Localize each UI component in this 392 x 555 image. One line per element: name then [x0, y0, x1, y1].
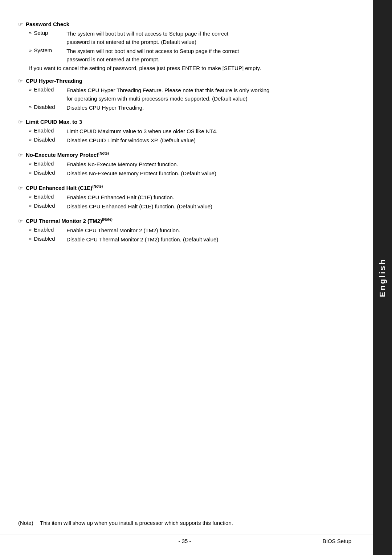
- section-title-cpu-hyper: CPU Hyper-Threading: [26, 78, 82, 84]
- item-desc-cpuid-enabled: Limit CPUID Maximum value to 3 when use …: [66, 127, 217, 136]
- item-row-c1e-disabled: » Disabled Disables CPU Enhanced Halt (C…: [18, 203, 351, 211]
- item-label-c1e-enabled: Enabled: [34, 193, 66, 202]
- arrow-icon-c1e-enabled: »: [29, 194, 32, 202]
- arrow-icon-hyper-disabled: »: [29, 104, 32, 112]
- item-label-c1e-disabled: Disabled: [34, 203, 66, 211]
- section-title-password-check: Password Check: [26, 21, 69, 27]
- item-label-tm2-enabled: Enabled: [34, 227, 66, 235]
- item-desc-c1e-disabled: Disables CPU Enhanced Halt (C1E) functio…: [66, 203, 212, 211]
- side-tab-label: English: [378, 258, 387, 297]
- bottom-note-label: (Note): [18, 520, 40, 526]
- item-row-cpuid-disabled: » Disabled Disables CPUID Limit for wind…: [18, 136, 351, 145]
- arrow-icon-cpuid-enabled: »: [29, 128, 32, 136]
- item-desc-noexec-enabled: Enables No-Execute Memory Protect functi…: [66, 160, 178, 169]
- item-label-hyper-disabled: Disabled: [34, 104, 66, 112]
- superscript-no-execute: (Note): [98, 151, 109, 155]
- section-title-limit-cpuid: Limit CPUID Max. to 3: [26, 119, 82, 125]
- side-tab: English: [373, 0, 392, 555]
- item-label-noexec-disabled: Disabled: [34, 170, 66, 178]
- item-row-setup: » Setup The system will boot but will no…: [18, 30, 351, 46]
- cursor-icon-no-execute: ☞: [18, 152, 23, 158]
- item-label-noexec-enabled: Enabled: [34, 160, 66, 169]
- section-title-cpu-enhanced-halt: CPU Enhanced Halt (C1E)(Note): [26, 184, 103, 191]
- arrow-icon-tm2-enabled: »: [29, 227, 32, 235]
- arrow-icon-setup: »: [29, 30, 32, 46]
- section-cpu-enhanced-halt: ☞ CPU Enhanced Halt (C1E)(Note) » Enable…: [18, 184, 351, 211]
- item-label-cpuid-disabled: Disabled: [34, 136, 66, 145]
- item-row-system: » System The system will not boot and wi…: [18, 47, 351, 64]
- footer: - 35 - BIOS Setup: [0, 535, 373, 544]
- item-desc-hyper-enabled: Enables CPU Hyper Threading Feature. Ple…: [66, 86, 269, 103]
- cursor-icon-cpu-thermal: ☞: [18, 218, 23, 224]
- item-desc-setup: The system will boot but will not access…: [66, 30, 228, 46]
- item-row-tm2-enabled: » Enabled Enable CPU Thermal Monitor 2 (…: [18, 227, 351, 235]
- cursor-icon-password-check: ☞: [18, 21, 23, 28]
- item-row-noexec-disabled: » Disabled Disables No-Execute Memory Pr…: [18, 170, 351, 178]
- item-row-tm2-disabled: » Disabled Disable CPU Thermal Monitor 2…: [18, 236, 351, 244]
- item-label-setup: Setup: [34, 30, 66, 46]
- section-heading-cpu-thermal-monitor: ☞ CPU Thermal Monitor 2 (TM2)(Note): [18, 217, 351, 224]
- bottom-note-text: This item will show up when you install …: [40, 520, 233, 526]
- item-label-cpuid-enabled: Enabled: [34, 127, 66, 136]
- arrow-icon-c1e-disabled: »: [29, 203, 32, 211]
- section-heading-password-check: ☞ Password Check: [18, 21, 351, 28]
- section-title-cpu-thermal: CPU Thermal Monitor 2 (TM2)(Note): [26, 217, 113, 224]
- footer-bios-setup-label: BIOS Setup: [308, 538, 351, 544]
- bottom-note: (Note) This item will show up when you i…: [18, 520, 370, 526]
- item-desc-cpuid-disabled: Disables CPUID Limit for windows XP. (De…: [66, 136, 196, 145]
- page-container: English ☞ Password Check » Setup The sys…: [0, 0, 392, 555]
- item-row-c1e-enabled: » Enabled Enables CPU Enhanced Halt (C1E…: [18, 193, 351, 202]
- item-label-hyper-enabled: Enabled: [34, 86, 66, 103]
- section-limit-cpuid: ☞ Limit CPUID Max. to 3 » Enabled Limit …: [18, 119, 351, 145]
- arrow-icon-system: »: [29, 48, 32, 64]
- superscript-c1e: (Note): [92, 184, 103, 188]
- section-heading-cpu-enhanced-halt: ☞ CPU Enhanced Halt (C1E)(Note): [18, 184, 351, 191]
- item-row-hyper-enabled: » Enabled Enables CPU Hyper Threading Fe…: [18, 86, 351, 103]
- section-title-no-execute: No-Execute Memory Protect(Note): [26, 151, 109, 158]
- password-check-note: If you want to cancel the setting of pas…: [18, 65, 351, 71]
- footer-page-number: - 35 -: [62, 538, 308, 544]
- arrow-icon-noexec-enabled: »: [29, 161, 32, 169]
- item-row-hyper-disabled: » Disabled Disables CPU Hyper Threading.: [18, 104, 351, 112]
- item-row-cpuid-enabled: » Enabled Limit CPUID Maximum value to 3…: [18, 127, 351, 136]
- cursor-icon-cpu-hyper: ☞: [18, 78, 23, 84]
- item-desc-tm2-enabled: Enable CPU Thermal Monitor 2 (TM2) funct…: [66, 227, 180, 235]
- item-desc-system: The system will not boot and will not ac…: [66, 47, 239, 64]
- cursor-icon-limit-cpuid: ☞: [18, 119, 23, 125]
- section-cpu-thermal-monitor: ☞ CPU Thermal Monitor 2 (TM2)(Note) » En…: [18, 217, 351, 244]
- item-label-system: System: [34, 47, 66, 64]
- item-desc-c1e-enabled: Enables CPU Enhanced Halt (C1E) function…: [66, 193, 174, 202]
- superscript-tm2: (Note): [102, 217, 113, 221]
- cursor-icon-cpu-enhanced-halt: ☞: [18, 185, 23, 191]
- arrow-icon-hyper-enabled: »: [29, 87, 32, 103]
- arrow-icon-tm2-disabled: »: [29, 236, 32, 244]
- arrow-icon-cpuid-disabled: »: [29, 137, 32, 145]
- section-password-check: ☞ Password Check » Setup The system will…: [18, 21, 351, 71]
- section-heading-cpu-hyper-threading: ☞ CPU Hyper-Threading: [18, 78, 351, 84]
- item-desc-noexec-disabled: Disables No-Execute Memory Protect funct…: [66, 170, 216, 178]
- item-desc-hyper-disabled: Disables CPU Hyper Threading.: [66, 104, 144, 112]
- section-no-execute: ☞ No-Execute Memory Protect(Note) » Enab…: [18, 151, 351, 178]
- item-label-tm2-disabled: Disabled: [34, 236, 66, 244]
- main-content: ☞ Password Check » Setup The system will…: [0, 0, 373, 555]
- section-heading-no-execute: ☞ No-Execute Memory Protect(Note): [18, 151, 351, 158]
- item-row-noexec-enabled: » Enabled Enables No-Execute Memory Prot…: [18, 160, 351, 169]
- section-heading-limit-cpuid: ☞ Limit CPUID Max. to 3: [18, 119, 351, 125]
- section-cpu-hyper-threading: ☞ CPU Hyper-Threading » Enabled Enables …: [18, 78, 351, 112]
- arrow-icon-noexec-disabled: »: [29, 170, 32, 178]
- item-desc-tm2-disabled: Disable CPU Thermal Monitor 2 (TM2) func…: [66, 236, 218, 244]
